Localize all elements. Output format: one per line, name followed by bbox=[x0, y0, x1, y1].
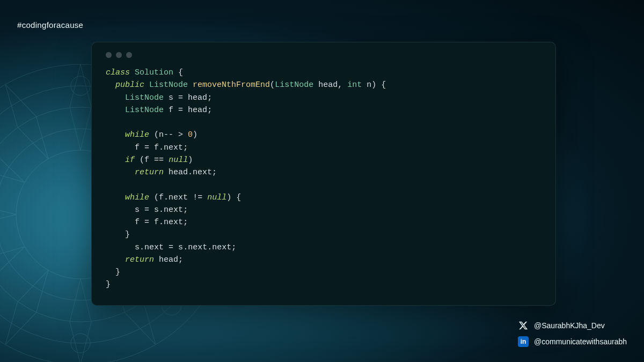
hashtag-label: #codingforacause bbox=[17, 20, 83, 29]
social-links: @SaurabhKJha_Dev in @communicatewithsaur… bbox=[518, 320, 627, 347]
twitter-handle: @SaurabhKJha_Dev bbox=[534, 321, 605, 330]
svg-point-10 bbox=[0, 292, 3, 319]
window-controls bbox=[106, 52, 541, 58]
svg-point-12 bbox=[0, 110, 3, 137]
window-dot bbox=[116, 52, 122, 58]
x-icon bbox=[518, 320, 529, 331]
svg-point-5 bbox=[71, 76, 90, 95]
window-dot bbox=[126, 52, 132, 58]
svg-point-9 bbox=[71, 334, 90, 353]
window-dot bbox=[106, 52, 112, 58]
linkedin-icon: in bbox=[518, 336, 529, 347]
linkedin-handle: @communicatewithsaurabh bbox=[534, 337, 627, 346]
linkedin-link[interactable]: in @communicatewithsaurabh bbox=[518, 336, 627, 347]
code-block: class Solution { public ListNode removeN… bbox=[106, 67, 541, 291]
twitter-link[interactable]: @SaurabhKJha_Dev bbox=[518, 320, 605, 331]
code-window: class Solution { public ListNode removeN… bbox=[91, 42, 556, 306]
